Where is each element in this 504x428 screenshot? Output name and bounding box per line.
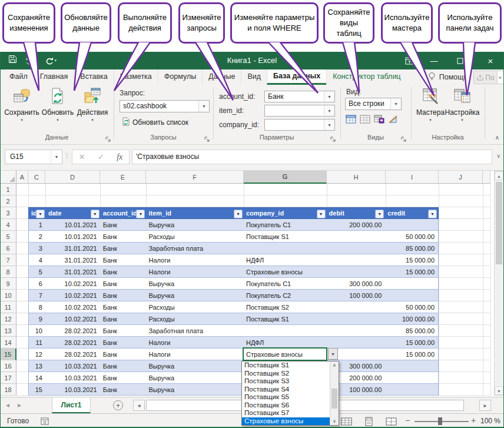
- cell-H14[interactable]: [327, 337, 386, 348]
- cell-E18[interactable]: Банк: [101, 384, 147, 395]
- cell-G5[interactable]: Поставщик S1: [244, 231, 327, 242]
- cell-G12[interactable]: Поставщик S1: [244, 313, 327, 324]
- cell-H11[interactable]: [327, 301, 386, 313]
- cell-H7[interactable]: [327, 254, 386, 266]
- column-header-F[interactable]: F: [146, 171, 244, 184]
- customize-button[interactable]: Настройка ▾: [446, 87, 479, 131]
- cell-E5[interactable]: Банк: [101, 231, 147, 242]
- row-header-10[interactable]: 10: [0, 290, 16, 301]
- name-box[interactable]: G15 ▾: [5, 150, 62, 164]
- dialog-launcher-icon[interactable]: [204, 134, 211, 141]
- ribbon-tab[interactable]: База данных: [267, 69, 326, 85]
- cell-F5[interactable]: Расходы: [146, 231, 244, 242]
- cell-E14[interactable]: Банк: [101, 337, 147, 348]
- formula-bar-gripper[interactable]: ⁞: [66, 152, 68, 160]
- hscroll-left-icon[interactable]: ◂: [133, 400, 145, 411]
- cell-E10[interactable]: Банк: [101, 290, 147, 301]
- cell-D6[interactable]: 31.01.2021: [46, 243, 101, 254]
- dialog-launcher-icon[interactable]: [330, 134, 337, 141]
- cell-E9[interactable]: Банк: [101, 278, 147, 289]
- vscroll-thumb[interactable]: [496, 182, 502, 264]
- cell-D16[interactable]: 10.03.2021: [46, 360, 101, 371]
- normal-view-icon[interactable]: [339, 416, 353, 427]
- filter-button-id[interactable]: ▼: [36, 210, 45, 218]
- ribbon-tab[interactable]: Файл: [4, 69, 34, 85]
- cell-C11[interactable]: 8: [29, 301, 46, 313]
- cell-H8[interactable]: [327, 266, 386, 277]
- cell-E17[interactable]: Банк: [101, 372, 147, 383]
- share-expand-chevron[interactable]: ▸: [497, 71, 504, 84]
- cell-H12[interactable]: [327, 313, 386, 324]
- row-header-17[interactable]: 17: [0, 372, 16, 384]
- dropdown-item[interactable]: Страховые взносы: [242, 417, 331, 426]
- select-all-corner[interactable]: [0, 171, 16, 184]
- cell-I4[interactable]: [385, 219, 438, 230]
- cell-D17[interactable]: 10.03.2021: [46, 372, 101, 383]
- new-sheet-icon[interactable]: +: [113, 400, 123, 410]
- cell-G14[interactable]: НДФЛ: [244, 337, 327, 348]
- column-header-E[interactable]: E: [100, 171, 146, 184]
- cell-F15[interactable]: Налоги: [146, 349, 244, 360]
- row-header-12[interactable]: 12: [0, 313, 16, 325]
- scroll-up-icon[interactable]: ▲: [495, 171, 503, 180]
- cell-F4[interactable]: Выручка: [146, 219, 244, 230]
- cell-I7[interactable]: 15 000.00: [385, 254, 438, 266]
- cell-I10[interactable]: [385, 290, 438, 301]
- dropdown-arrow-icon[interactable]: ▾: [51, 150, 62, 164]
- zoom-level[interactable]: 100 %: [480, 417, 500, 425]
- cell-F18[interactable]: Выручка: [146, 384, 244, 395]
- cell-E8[interactable]: Банк: [101, 266, 147, 277]
- cell-C12[interactable]: 9: [29, 313, 46, 324]
- refresh-data-button[interactable]: Обновить ▾: [41, 87, 74, 131]
- row-header-4[interactable]: 4: [0, 219, 16, 231]
- hscroll-right-icon[interactable]: ▸: [479, 400, 491, 411]
- dropdown-arrow-icon[interactable]: ▾: [198, 101, 209, 112]
- column-header-C[interactable]: C: [28, 171, 45, 184]
- maximize-button[interactable]: [451, 52, 469, 69]
- cell-C9[interactable]: 6: [29, 278, 46, 289]
- column-header-I[interactable]: I: [386, 171, 439, 184]
- dropdown-item[interactable]: Поставщик S5: [242, 393, 331, 402]
- column-header-partial[interactable]: [483, 171, 490, 184]
- ribbon-tab[interactable]: Вид: [241, 69, 267, 85]
- close-button[interactable]: ×: [480, 52, 500, 69]
- column-header-J[interactable]: J: [439, 171, 483, 184]
- ribbon-tab[interactable]: Конструктор таблиц: [326, 69, 406, 85]
- cell-I15[interactable]: 15 000.00: [385, 349, 438, 360]
- filter-button-account_id[interactable]: ▼: [136, 210, 145, 218]
- cell-F7[interactable]: Налоги: [146, 254, 244, 266]
- cell-H10[interactable]: 100 000.00: [327, 290, 386, 301]
- param-combobox[interactable]: ▾: [264, 105, 335, 117]
- row-header-5[interactable]: 5: [0, 231, 16, 243]
- ribbon-tab[interactable]: Главная: [34, 69, 74, 85]
- cell-I9[interactable]: [385, 278, 438, 289]
- filter-button-debit[interactable]: ▼: [375, 210, 384, 218]
- cell-E16[interactable]: Банк: [101, 360, 147, 371]
- cell-G4[interactable]: Покупатель С1: [244, 219, 327, 230]
- cell-F14[interactable]: Налоги: [146, 337, 244, 348]
- cell-G7[interactable]: НДФЛ: [244, 254, 327, 266]
- cell-I5[interactable]: 50 000.00: [385, 231, 438, 242]
- cell-D11[interactable]: 10.02.2021: [46, 301, 101, 313]
- column-header-D[interactable]: D: [45, 171, 100, 184]
- cell-H13[interactable]: [327, 325, 386, 336]
- row-header-1[interactable]: 1: [0, 184, 16, 195]
- scroll-down-icon[interactable]: ▼: [495, 386, 503, 395]
- param-combobox[interactable]: Банк▾: [264, 91, 335, 102]
- vertical-scrollbar[interactable]: ▲▼: [494, 171, 504, 396]
- cell-I18[interactable]: [385, 384, 438, 395]
- ribbon-options-icon[interactable]: [400, 52, 418, 69]
- dropdown-arrow-icon[interactable]: ▾: [324, 105, 334, 116]
- dialog-launcher-icon[interactable]: [105, 134, 112, 141]
- cell-C17[interactable]: 14: [29, 372, 46, 383]
- column-header-G[interactable]: G: [244, 171, 327, 184]
- dropdown-item[interactable]: Поставщик S1: [242, 361, 331, 370]
- cell-I12[interactable]: 100 000.00: [385, 313, 438, 324]
- column-header-H[interactable]: H: [327, 171, 386, 184]
- filter-button-company_id[interactable]: ▼: [317, 210, 326, 218]
- row-header-14[interactable]: 14: [0, 337, 16, 349]
- cancel-icon[interactable]: ✕: [79, 152, 85, 161]
- cell-C6[interactable]: 3: [29, 243, 46, 254]
- cell-D13[interactable]: 28.02.2021: [46, 325, 101, 336]
- sheet-tab[interactable]: Лист1: [52, 397, 91, 413]
